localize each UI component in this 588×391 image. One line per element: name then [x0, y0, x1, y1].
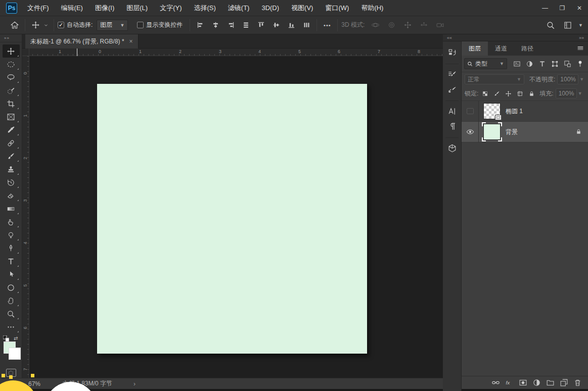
tool-smudge[interactable] — [3, 215, 20, 228]
document-canvas[interactable] — [97, 84, 367, 354]
move-tool-preset-icon[interactable] — [29, 19, 42, 32]
filter-toggle-icon[interactable] — [574, 58, 585, 69]
background-color-swatch[interactable] — [9, 348, 21, 360]
menu-item-10[interactable]: 窗口(W) — [319, 0, 355, 16]
lock-transparent-icon[interactable] — [480, 89, 490, 99]
brush-settings-icon[interactable] — [444, 67, 460, 81]
new-adjustment-layer-icon[interactable] — [532, 378, 541, 387]
align-center-vertical-icon[interactable] — [269, 19, 283, 32]
panel-tab-2[interactable]: 通道 — [488, 41, 514, 56]
delete-layer-icon[interactable] — [573, 378, 582, 387]
panel-menu-icon[interactable] — [573, 41, 588, 56]
3d-icon[interactable] — [444, 141, 460, 155]
tool-stamp[interactable] — [3, 163, 20, 176]
home-icon[interactable] — [8, 19, 21, 32]
menu-item-4[interactable]: 图层(L) — [120, 0, 154, 16]
brushes-icon[interactable] — [444, 82, 460, 96]
distribute-vertical-icon[interactable] — [239, 19, 252, 32]
search-icon[interactable] — [544, 19, 557, 32]
type-layer-filter-icon[interactable] — [536, 58, 548, 69]
align-left-icon[interactable] — [194, 19, 207, 32]
show-transform-checkbox[interactable] — [137, 22, 144, 28]
tool-zoom[interactable] — [3, 307, 20, 320]
tool-eraser[interactable] — [3, 189, 20, 202]
layer-visibility-toggle[interactable] — [462, 122, 479, 142]
layer-thumbnail[interactable] — [483, 103, 501, 119]
tool-type[interactable] — [3, 255, 20, 268]
collapse-dock-right-icon[interactable]: »» — [579, 35, 584, 40]
chevron-down-icon[interactable] — [42, 19, 50, 32]
menu-item-7[interactable]: 滤镜(T) — [222, 0, 256, 16]
layer-row-1[interactable]: 椭圆 1 — [462, 101, 588, 122]
menu-item-3[interactable]: 图像(I) — [89, 0, 120, 16]
collapse-dock-left-icon[interactable]: «« — [447, 35, 452, 40]
more-options-button[interactable]: ••• — [321, 19, 334, 32]
tool-crop[interactable] — [3, 97, 20, 110]
menu-item-5[interactable]: 文字(Y) — [154, 0, 188, 16]
tool-brush[interactable] — [3, 150, 20, 163]
panel-tab-1[interactable]: 图层 — [462, 41, 488, 56]
layer-thumbnail[interactable] — [483, 124, 501, 140]
menu-item-2[interactable]: 编辑(E) — [55, 0, 89, 16]
tool-eyedropper[interactable] — [3, 123, 20, 136]
blend-mode-dropdown[interactable]: 正常 ▼ — [465, 74, 524, 84]
tool-dodge[interactable] — [3, 228, 20, 241]
chevron-down-icon[interactable]: ▼ — [578, 23, 583, 28]
close-tab-icon[interactable]: × — [129, 38, 133, 45]
default-colors-icon[interactable] — [3, 335, 9, 341]
fill-field[interactable]: 100% — [556, 88, 577, 99]
tool-gradient[interactable] — [3, 202, 20, 215]
smart-object-filter-icon[interactable] — [562, 58, 573, 69]
toolbar-expander[interactable]: »» — [0, 34, 22, 42]
new-group-icon[interactable] — [546, 378, 555, 387]
layer-mask-icon[interactable] — [518, 378, 527, 387]
lock-position-icon[interactable] — [504, 89, 513, 99]
align-bottom-icon[interactable] — [285, 19, 298, 32]
layer-row-2[interactable]: 背景 — [462, 122, 588, 142]
paragraph-icon[interactable] — [444, 119, 460, 133]
tool-marquee[interactable] — [3, 58, 20, 71]
maximize-button[interactable]: ❐ — [554, 0, 571, 16]
character-icon[interactable] — [444, 104, 460, 118]
zoom-level-field[interactable]: 67% — [28, 380, 40, 387]
workspace-icon[interactable] — [561, 19, 574, 32]
adjustment-layer-filter-icon[interactable] — [524, 58, 535, 69]
lock-all-icon[interactable] — [527, 89, 536, 99]
auto-select-checkbox[interactable]: ✓ — [58, 22, 64, 28]
layer-visibility-toggle[interactable] — [462, 101, 479, 122]
auto-select-target-dropdown[interactable]: 图层 ▼ — [97, 20, 128, 31]
new-layer-icon[interactable] — [559, 378, 568, 387]
layer-style-icon[interactable]: fx — [505, 378, 514, 387]
menu-item-11[interactable]: 帮助(H) — [355, 0, 389, 16]
filter-type-dropdown[interactable]: 类型 ▼ — [464, 58, 507, 69]
pixel-layer-filter-icon[interactable] — [511, 58, 522, 69]
minimize-button[interactable]: — — [536, 0, 554, 16]
distribute-horizontal-icon[interactable] — [300, 19, 313, 32]
tool-shape[interactable] — [3, 281, 20, 294]
tool-move[interactable] — [3, 44, 20, 58]
tool-healing[interactable] — [3, 136, 20, 150]
tool-ellipsis[interactable] — [3, 320, 20, 333]
menu-item-1[interactable]: 文件(F) — [21, 0, 55, 16]
tool-quick-select[interactable] — [3, 84, 20, 97]
menu-item-6[interactable]: 选择(S) — [188, 0, 221, 16]
shape-layer-filter-icon[interactable] — [549, 58, 560, 69]
ruler-corner[interactable] — [22, 48, 29, 56]
tool-history-brush[interactable] — [3, 176, 20, 189]
tool-pen[interactable] — [3, 241, 20, 255]
panel-tab-3[interactable]: 路径 — [514, 41, 540, 56]
menu-item-8[interactable]: 3D(D) — [255, 0, 285, 16]
align-right-icon[interactable] — [224, 19, 237, 32]
status-options-chevron[interactable]: › — [133, 380, 135, 387]
menu-item-9[interactable]: 视图(V) — [285, 0, 319, 16]
tool-frame[interactable] — [3, 110, 20, 123]
align-center-horizontal-icon[interactable] — [209, 19, 222, 32]
vertical-ruler[interactable]: 01234567 — [22, 56, 29, 378]
opacity-field[interactable]: 100% — [557, 74, 578, 84]
align-top-icon[interactable] — [254, 19, 267, 32]
lock-artboard-icon[interactable] — [515, 89, 525, 99]
close-button[interactable]: ✕ — [571, 0, 588, 16]
history-icon[interactable] — [444, 45, 460, 60]
lock-paint-icon[interactable] — [492, 89, 502, 99]
tool-hand[interactable] — [3, 294, 20, 307]
